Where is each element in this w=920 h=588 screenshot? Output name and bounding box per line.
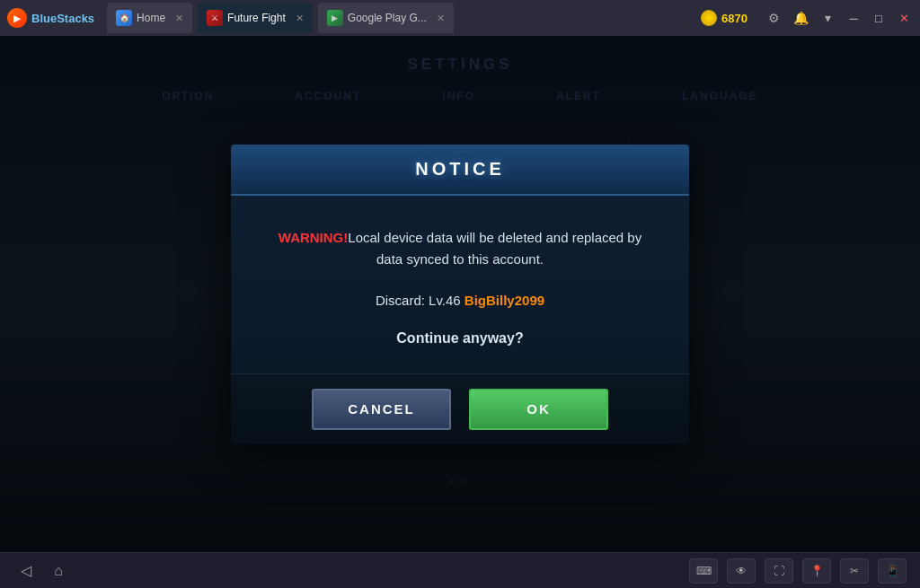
- location-tool[interactable]: 📍: [802, 558, 831, 584]
- google-play-tab-label: Google Play G...: [348, 12, 427, 24]
- notification-icon[interactable]: 🔔: [791, 8, 810, 28]
- home-tab-label: Home: [137, 12, 165, 24]
- coin-icon: ●: [701, 10, 717, 26]
- coins-display: ● 6870: [701, 10, 748, 26]
- future-fight-tab-label: Future Fight: [227, 12, 286, 24]
- tab-future-fight[interactable]: ⚔ Future Fight ✕: [198, 3, 313, 33]
- bluestacks-label: BlueStacks: [31, 12, 94, 25]
- taskbar: ◁ ⌂ ⌨ 👁 ⛶ 📍 ✂ 📱: [0, 552, 920, 588]
- eye-tool[interactable]: 👁: [727, 558, 756, 584]
- window-controls: ⚙ 🔔 ▾ ─ □ ✕: [764, 8, 913, 28]
- taskbar-tools: ⌨ 👁 ⛶ 📍 ✂ 📱: [689, 558, 907, 584]
- discard-label: Discard: Lv.46: [376, 293, 461, 308]
- dropdown-icon[interactable]: ▾: [818, 8, 837, 28]
- home-tab-close[interactable]: ✕: [175, 13, 183, 24]
- tab-google-play[interactable]: ▶ Google Play G... ✕: [318, 3, 454, 33]
- cancel-button[interactable]: CANCEL: [312, 389, 451, 430]
- discard-name: BigBilly2099: [464, 293, 544, 308]
- tab-home[interactable]: 🏠 Home ✕: [107, 3, 192, 33]
- close-button[interactable]: ✕: [895, 11, 913, 25]
- maximize-button[interactable]: □: [870, 11, 888, 25]
- back-button[interactable]: ◁: [13, 558, 39, 584]
- notice-dialog: NOTICE WARNING!Local device data will be…: [231, 145, 689, 444]
- dialog-title: NOTICE: [415, 159, 505, 179]
- dialog-body: WARNING!Local device data will be delete…: [231, 196, 689, 373]
- future-fight-tab-close[interactable]: ✕: [296, 13, 304, 24]
- dialog-header: NOTICE: [231, 145, 689, 196]
- titlebar: ▶ BlueStacks 🏠 Home ✕ ⚔ Future Fight ✕ ▶…: [0, 0, 920, 36]
- device-tool[interactable]: 📱: [878, 558, 907, 584]
- cut-tool[interactable]: ✂: [840, 558, 869, 584]
- future-fight-tab-icon: ⚔: [207, 10, 223, 26]
- settings-icon[interactable]: ⚙: [764, 8, 783, 28]
- game-area: SETTINGS OPTION ACCOUNT INFO ALERT LANGU…: [0, 36, 920, 552]
- warning-prefix: WARNING!: [279, 230, 349, 245]
- home-button[interactable]: ⌂: [46, 558, 71, 584]
- fullscreen-tool[interactable]: ⛶: [765, 558, 793, 584]
- home-tab-icon: 🏠: [116, 10, 132, 26]
- google-play-tab-icon: ▶: [327, 10, 343, 26]
- dialog-discard-text: Discard: Lv.46 BigBilly2099: [267, 293, 653, 308]
- coins-value: 6870: [721, 12, 748, 25]
- dialog-warning-text: WARNING!Local device data will be delete…: [267, 227, 653, 270]
- minimize-button[interactable]: ─: [845, 11, 862, 25]
- warning-body: Local device data will be deleted and re…: [348, 230, 641, 267]
- keyboard-tool[interactable]: ⌨: [689, 558, 718, 584]
- taskbar-nav: ◁ ⌂: [13, 558, 71, 584]
- dialog-footer: CANCEL OK: [231, 373, 689, 444]
- bluestacks-logo: ▶ BlueStacks: [7, 8, 94, 28]
- bluestacks-icon: ▶: [7, 8, 27, 28]
- ok-button[interactable]: OK: [469, 389, 608, 430]
- google-play-tab-close[interactable]: ✕: [437, 13, 445, 24]
- dialog-continue-text: Continue anyway?: [267, 330, 653, 347]
